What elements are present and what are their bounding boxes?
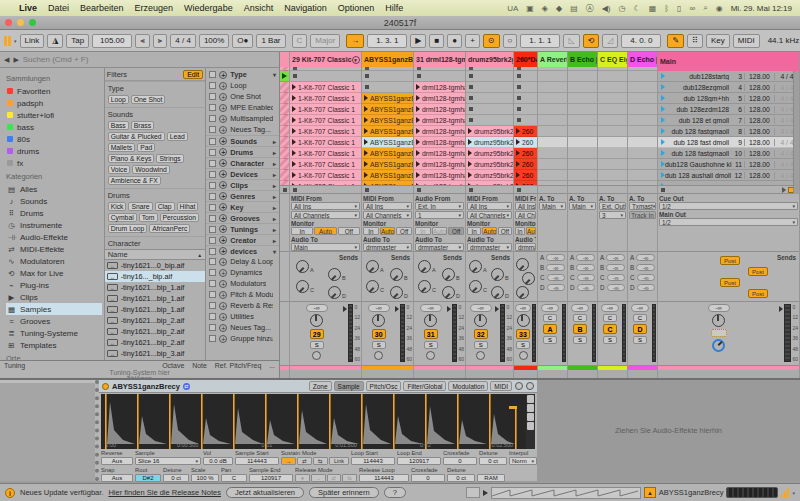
menubar-item[interactable]: Optionen: [338, 3, 375, 13]
scene-row[interactable]: dub 128ezdm128 6 128.00 4 / 4: [658, 104, 799, 115]
main-track-header[interactable]: Main: [658, 52, 799, 71]
send-a-knob[interactable]: [469, 260, 482, 273]
tag-row[interactable]: + Tunings ▸: [206, 223, 279, 234]
checkbox-icon[interactable]: [209, 237, 216, 244]
filter-group-type[interactable]: Type: [105, 81, 206, 94]
tag-row[interactable]: + Gruppe hinzufüge...: [206, 333, 279, 344]
filter-chip[interactable]: Clap: [155, 202, 175, 211]
key-root-menu[interactable]: C: [292, 34, 308, 48]
interpol-selector[interactable]: Norm: [509, 457, 537, 465]
scale-name-menu[interactable]: Major: [310, 34, 340, 48]
clip-slot[interactable]: drml128-tgmha: [414, 93, 465, 104]
category-item[interactable]: ∿ Modulatoren: [6, 255, 104, 267]
output-type-dropdown[interactable]: Main: [291, 243, 360, 251]
clip-slot[interactable]: drml128-tgmha: [414, 148, 465, 159]
send-d-knob[interactable]: [328, 286, 341, 299]
scene-row[interactable]: dub128 Gaushohne kl 11 128.00 4 / 4: [658, 159, 799, 170]
detune-field[interactable]: 0 ct: [447, 474, 475, 482]
pan-knob[interactable]: [712, 314, 725, 327]
tag-row[interactable]: + Dynamics: [206, 267, 279, 278]
track-header[interactable]: ABYSS1ganzBrec: [362, 52, 413, 67]
tag-row[interactable]: + Loop: [206, 80, 279, 91]
clip-stop-icon[interactable]: [417, 188, 421, 192]
checkbox-icon[interactable]: [209, 258, 216, 265]
group-clip-slot[interactable]: [280, 82, 289, 93]
monitor-off-button[interactable]: Off: [498, 227, 512, 235]
menubar-item[interactable]: Wiedergabe: [184, 3, 233, 13]
clip-slot[interactable]: [466, 71, 513, 82]
menubar-status-icon[interactable]: ▯: [677, 4, 681, 13]
filter-chip[interactable]: Percussion: [160, 213, 200, 222]
main-out-dropdown[interactable]: 1/2: [659, 218, 798, 226]
tag-row[interactable]: + Neues Tag...: [206, 124, 279, 135]
loop-start-display[interactable]: 1. 1. 1: [520, 34, 560, 48]
filter-chip[interactable]: Strings: [156, 154, 183, 163]
return-activator-button[interactable]: D: [633, 324, 647, 334]
checkbox-icon[interactable]: [209, 302, 216, 309]
crossfade-field[interactable]: 0: [411, 474, 445, 482]
tag-row[interactable]: + Drums ▸: [206, 146, 279, 157]
clip-slot[interactable]: drumz95brk2g: [466, 159, 513, 170]
waveform-tools[interactable]: [526, 394, 535, 449]
clip-slot[interactable]: 260: [514, 170, 537, 181]
filter-chip[interactable]: Drum Loop: [108, 224, 148, 233]
send-a-knob[interactable]: [366, 260, 379, 273]
sample-file-row[interactable]: ↔ -tiny1621...bip_1.aif: [105, 304, 206, 315]
clip-slot[interactable]: [290, 71, 361, 82]
stop-button[interactable]: ■: [429, 34, 444, 48]
scene-tempo[interactable]: 128.00: [745, 106, 775, 113]
menubar-item[interactable]: Navigation: [284, 3, 327, 13]
sample-vol-field[interactable]: 0.0 dB: [203, 457, 233, 465]
group-clip-slot[interactable]: [280, 137, 289, 148]
midi-map-button[interactable]: MIDI: [733, 34, 760, 48]
group-clip-slot[interactable]: [280, 170, 289, 181]
monitor-in-button[interactable]: In: [363, 227, 379, 235]
clip-slot[interactable]: drumz95brk2g: [466, 137, 513, 148]
collection-item[interactable]: drums: [6, 145, 104, 157]
category-item[interactable]: ◷ Instrumente: [6, 219, 104, 231]
loop-length-display[interactable]: 4. 0. 0: [621, 34, 661, 48]
filter-chip[interactable]: Piano & Keys: [108, 154, 155, 163]
punch-in-button[interactable]: ◺: [563, 34, 579, 48]
device-drop-area[interactable]: Ziehen Sie Audio-Effekte hierhin: [537, 380, 800, 481]
clip-slot[interactable]: drml128-tgmha: [414, 82, 465, 93]
collection-item[interactable]: 80s: [6, 133, 104, 145]
device-tab[interactable]: MIDI: [490, 381, 512, 391]
pan-knob[interactable]: [310, 314, 323, 327]
volume-display[interactable]: -∞: [541, 304, 559, 312]
clip-slot[interactable]: [466, 93, 513, 104]
crossfader[interactable]: [711, 329, 727, 337]
remind-later-button[interactable]: Später erinnern: [309, 487, 379, 498]
filter-chip[interactable]: Tom: [139, 213, 158, 222]
tag-row[interactable]: + Modulators: [206, 278, 279, 289]
return-header[interactable]: A Reverb: [538, 52, 567, 67]
checkbox-icon[interactable]: [209, 160, 216, 167]
tag-row[interactable]: + Character ▸: [206, 157, 279, 168]
tag-row[interactable]: + One Shot: [206, 91, 279, 102]
send-value[interactable]: -∞: [637, 274, 655, 281]
sample-file-row[interactable]: ↔ -tiny1621...bip_1.aif: [105, 282, 206, 293]
release-loop-field[interactable]: 114443: [359, 474, 409, 482]
clip-slot[interactable]: [514, 93, 537, 104]
menubar-status-icon[interactable]: ☾: [634, 4, 641, 13]
tag-row[interactable]: + Devices ▸: [206, 168, 279, 179]
filter-chip[interactable]: Loop: [108, 95, 129, 104]
clip-slot[interactable]: drml128-tgmha: [414, 115, 465, 126]
update-now-button[interactable]: Jetzt aktualisieren: [226, 487, 304, 498]
device-tab[interactable]: Zone: [309, 381, 332, 391]
group-clip-slot[interactable]: [280, 104, 289, 115]
checkbox-icon[interactable]: [209, 182, 216, 189]
quantize-menu[interactable]: O●: [232, 34, 253, 48]
solo-button[interactable]: S: [543, 336, 557, 344]
volume-display[interactable]: -∞: [368, 304, 390, 312]
menubar-status-icon[interactable]: ⌕: [703, 3, 707, 13]
arm-button[interactable]: [426, 351, 435, 360]
filter-chip[interactable]: Pad: [137, 143, 155, 152]
clip-slot[interactable]: [466, 104, 513, 115]
tempo-display[interactable]: 105.00: [92, 34, 132, 48]
follow-button[interactable]: →: [346, 34, 364, 48]
send-a-knob[interactable]: [296, 260, 309, 273]
track-header[interactable]: drumz95brk2g ▾: [466, 52, 513, 67]
return-activator-button[interactable]: A: [543, 324, 557, 334]
clip-slot[interactable]: [514, 71, 537, 82]
